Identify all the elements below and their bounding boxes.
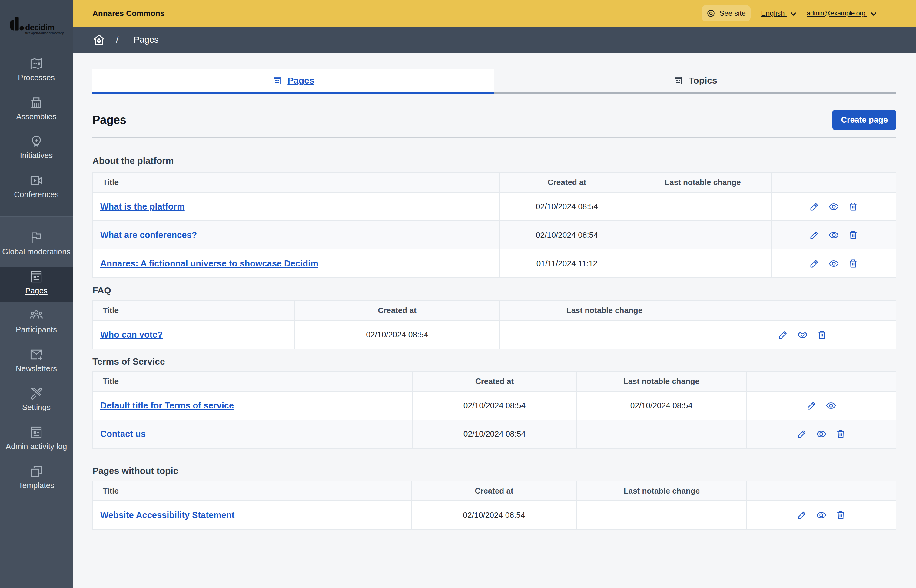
svg-text:decidim: decidim: [25, 23, 54, 32]
svg-text:free open-source democracy: free open-source democracy: [26, 31, 64, 35]
